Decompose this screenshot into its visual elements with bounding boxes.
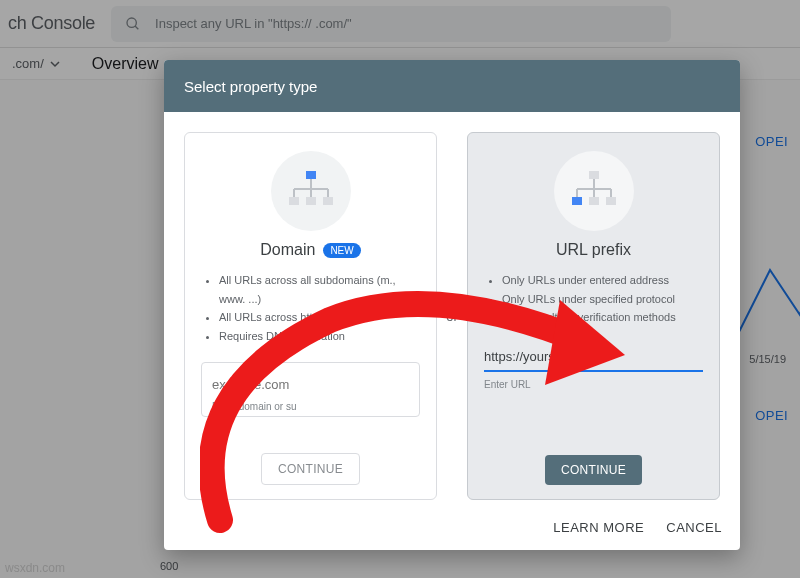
- domain-title-text: Domain: [260, 241, 315, 259]
- new-badge: NEW: [323, 243, 360, 258]
- svg-rect-8: [289, 197, 299, 205]
- dialog-actions: LEARN MORE CANCEL: [164, 504, 740, 550]
- watermark: wsxdn.com: [5, 561, 65, 575]
- url-prefix-bullet: Allows multiple verification methods: [502, 308, 703, 327]
- domain-bullet: All URLs across all subdomains (m., www.…: [219, 271, 420, 308]
- url-input-wrap[interactable]: [484, 343, 703, 372]
- domain-card[interactable]: Domain NEW All URLs across all subdomain…: [184, 132, 437, 500]
- domain-bullets: All URLs across all subdomains (m., www.…: [201, 271, 420, 346]
- domain-input[interactable]: [212, 371, 409, 398]
- domain-card-title: Domain NEW: [260, 241, 360, 259]
- cancel-button[interactable]: CANCEL: [666, 520, 722, 535]
- or-divider: or: [437, 132, 467, 500]
- svg-rect-18: [589, 197, 599, 205]
- learn-more-button[interactable]: LEARN MORE: [553, 520, 644, 535]
- svg-rect-2: [306, 171, 316, 179]
- svg-rect-10: [323, 197, 333, 205]
- url-prefix-card[interactable]: URL prefix Only URLs under entered addre…: [467, 132, 720, 500]
- domain-bullet: Requires DNS verification: [219, 327, 420, 346]
- svg-rect-9: [306, 197, 316, 205]
- url-input-hint: Enter URL: [484, 379, 531, 390]
- select-property-type-dialog: Select property type Domain NEW: [164, 60, 740, 550]
- url-continue-button[interactable]: CONTINUE: [545, 455, 642, 485]
- url-prefix-icon: [554, 151, 634, 231]
- svg-rect-19: [606, 197, 616, 205]
- domain-continue-button[interactable]: CONTINUE: [261, 453, 360, 485]
- domain-input-hint: Enter domain or su: [212, 401, 409, 412]
- domain-icon: [271, 151, 351, 231]
- dialog-title: Select property type: [164, 60, 740, 112]
- url-prefix-bullet: Only URLs under entered address: [502, 271, 703, 290]
- url-prefix-bullet: Only URLs under specified protocol: [502, 290, 703, 309]
- url-prefix-card-title: URL prefix: [556, 241, 631, 259]
- svg-rect-17: [572, 197, 582, 205]
- dialog-body: Domain NEW All URLs across all subdomain…: [164, 112, 740, 504]
- url-input[interactable]: [484, 343, 703, 372]
- url-prefix-bullets: Only URLs under entered address Only URL…: [484, 271, 703, 327]
- domain-input-wrap[interactable]: Enter domain or su: [201, 362, 420, 417]
- domain-bullet: All URLs across https or http: [219, 308, 420, 327]
- svg-rect-11: [589, 171, 599, 179]
- url-prefix-title-text: URL prefix: [556, 241, 631, 259]
